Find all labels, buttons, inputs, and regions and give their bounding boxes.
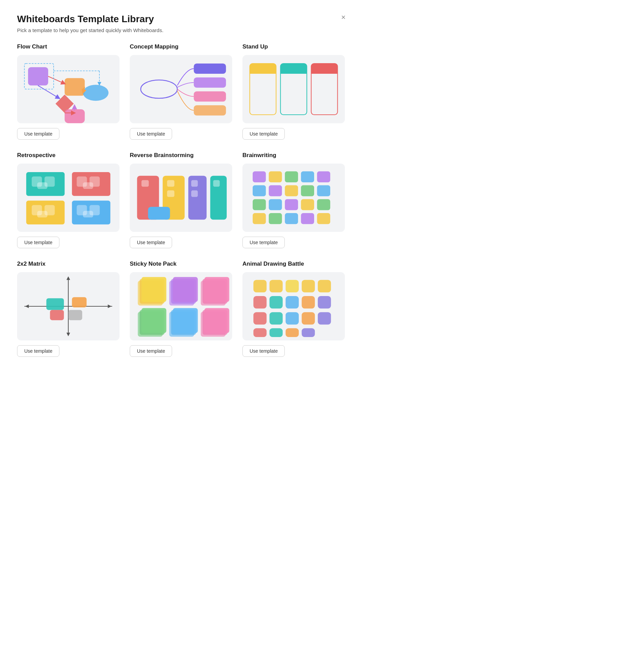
dialog-header: Whiteboards Template Library Pick a temp… bbox=[17, 14, 345, 33]
svg-rect-119 bbox=[269, 312, 283, 324]
svg-rect-116 bbox=[302, 296, 315, 308]
svg-rect-123 bbox=[253, 328, 267, 337]
svg-rect-36 bbox=[37, 182, 47, 189]
svg-rect-62 bbox=[285, 171, 298, 182]
svg-rect-67 bbox=[285, 185, 298, 196]
svg-line-5 bbox=[48, 76, 65, 84]
template-name-stand-up: Stand Up bbox=[242, 43, 345, 50]
close-button[interactable]: × bbox=[340, 12, 347, 23]
svg-rect-55 bbox=[191, 180, 198, 187]
template-item-2x2-matrix: 2x2 Matrix bbox=[17, 261, 120, 357]
svg-rect-112 bbox=[318, 280, 331, 292]
template-item-concept-mapping: Concept Mapping Use template bbox=[130, 43, 232, 140]
svg-rect-89 bbox=[68, 310, 82, 320]
template-name-flow-chart: Flow Chart bbox=[17, 43, 120, 50]
svg-rect-113 bbox=[253, 296, 267, 308]
svg-marker-84 bbox=[108, 305, 112, 308]
svg-rect-66 bbox=[269, 185, 282, 196]
svg-rect-0 bbox=[28, 67, 48, 86]
svg-rect-29 bbox=[280, 71, 307, 74]
svg-rect-21 bbox=[194, 78, 226, 88]
template-preview-sticky-note-pack bbox=[130, 272, 232, 340]
svg-rect-40 bbox=[83, 182, 93, 189]
use-template-button-concept-mapping[interactable]: Use template bbox=[130, 128, 172, 140]
svg-rect-59 bbox=[148, 207, 170, 220]
svg-rect-69 bbox=[317, 185, 331, 196]
use-template-button-retrospective[interactable]: Use template bbox=[17, 237, 59, 248]
template-item-brainwriting: Brainwriting bbox=[242, 152, 345, 248]
svg-rect-86 bbox=[46, 298, 64, 310]
template-item-stand-up: Stand Up Use templa bbox=[242, 43, 345, 140]
svg-rect-3 bbox=[65, 109, 85, 123]
template-preview-flow-chart bbox=[17, 55, 120, 123]
svg-rect-121 bbox=[302, 312, 315, 324]
svg-rect-78 bbox=[301, 213, 314, 224]
svg-rect-23 bbox=[194, 105, 226, 115]
svg-rect-108 bbox=[253, 280, 267, 292]
template-name-concept-mapping: Concept Mapping bbox=[130, 43, 232, 50]
template-preview-retrospective bbox=[17, 164, 120, 232]
svg-rect-68 bbox=[301, 185, 314, 196]
templates-grid: Flow Chart bbox=[17, 43, 345, 357]
template-item-flow-chart: Flow Chart bbox=[17, 43, 120, 140]
use-template-button-stand-up[interactable]: Use template bbox=[242, 128, 285, 140]
use-template-button-animal-drawing-battle[interactable]: Use template bbox=[242, 345, 285, 357]
use-template-button-brainwriting[interactable]: Use template bbox=[242, 237, 285, 248]
use-template-button-sticky-note-pack[interactable]: Use template bbox=[130, 345, 172, 357]
dialog-title: Whiteboards Template Library bbox=[17, 14, 345, 25]
template-item-sticky-note-pack: Sticky Note Pack bbox=[130, 261, 232, 357]
svg-rect-95 bbox=[173, 277, 198, 302]
svg-marker-82 bbox=[67, 276, 70, 280]
svg-rect-110 bbox=[285, 280, 299, 292]
use-template-button-2x2-matrix[interactable]: Use template bbox=[17, 345, 59, 357]
svg-rect-124 bbox=[269, 328, 283, 337]
svg-rect-76 bbox=[269, 213, 282, 224]
svg-rect-109 bbox=[269, 280, 283, 292]
svg-rect-118 bbox=[253, 312, 267, 324]
svg-rect-120 bbox=[285, 312, 299, 324]
svg-rect-117 bbox=[318, 296, 331, 308]
svg-rect-61 bbox=[269, 171, 282, 182]
svg-rect-65 bbox=[253, 185, 266, 196]
template-name-brainwriting: Brainwriting bbox=[242, 152, 345, 159]
svg-rect-1 bbox=[65, 78, 85, 96]
svg-rect-70 bbox=[253, 199, 266, 210]
svg-rect-53 bbox=[167, 191, 174, 197]
whiteboards-template-library-dialog: Whiteboards Template Library Pick a temp… bbox=[0, 0, 362, 382]
template-preview-animal-drawing-battle bbox=[242, 272, 345, 340]
template-preview-reverse-brainstorming bbox=[130, 164, 232, 232]
template-name-2x2-matrix: 2x2 Matrix bbox=[17, 261, 120, 267]
use-template-button-reverse-brainstorming[interactable]: Use template bbox=[130, 237, 172, 248]
svg-rect-87 bbox=[72, 297, 87, 307]
svg-rect-48 bbox=[83, 211, 93, 218]
svg-line-6 bbox=[38, 85, 59, 98]
svg-rect-73 bbox=[301, 199, 314, 210]
svg-rect-107 bbox=[205, 308, 229, 333]
svg-rect-52 bbox=[167, 180, 174, 187]
svg-rect-44 bbox=[37, 211, 47, 218]
template-name-animal-drawing-battle: Animal Drawing Battle bbox=[242, 261, 345, 267]
svg-rect-75 bbox=[253, 213, 266, 224]
svg-rect-122 bbox=[318, 312, 331, 324]
svg-rect-60 bbox=[253, 171, 266, 182]
svg-marker-83 bbox=[67, 333, 70, 336]
template-preview-2x2-matrix bbox=[17, 272, 120, 340]
template-preview-brainwriting bbox=[242, 164, 345, 232]
template-preview-concept-mapping bbox=[130, 55, 232, 123]
template-item-animal-drawing-battle: Animal Drawing Battle bbox=[242, 261, 345, 357]
template-item-reverse-brainstorming: Reverse Brainstorming bbox=[130, 152, 232, 248]
dialog-subtitle: Pick a template to help you get started … bbox=[17, 27, 345, 33]
svg-rect-22 bbox=[194, 91, 226, 101]
template-preview-stand-up bbox=[242, 55, 345, 123]
svg-rect-71 bbox=[269, 199, 282, 210]
svg-rect-115 bbox=[285, 296, 299, 308]
svg-rect-114 bbox=[269, 296, 283, 308]
svg-rect-56 bbox=[191, 191, 198, 197]
template-name-reverse-brainstorming: Reverse Brainstorming bbox=[130, 152, 232, 159]
svg-rect-50 bbox=[141, 180, 149, 187]
svg-rect-98 bbox=[205, 277, 229, 302]
use-template-button-flow-chart[interactable]: Use template bbox=[17, 128, 59, 140]
svg-rect-72 bbox=[285, 199, 298, 210]
svg-rect-126 bbox=[302, 328, 315, 337]
svg-rect-32 bbox=[311, 71, 337, 74]
